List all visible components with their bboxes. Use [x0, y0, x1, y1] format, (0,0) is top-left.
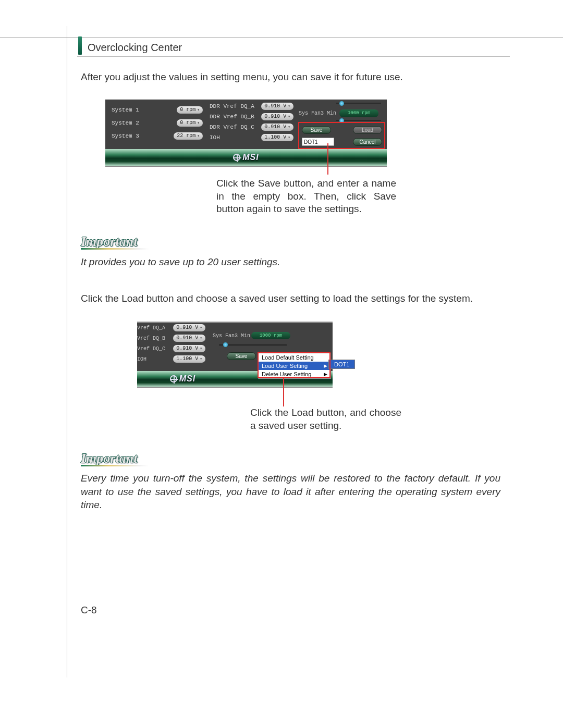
header-rule [77, 56, 510, 57]
msi-logo: MSI [233, 153, 259, 162]
important-heading: Important [81, 451, 137, 466]
voltage-row: DDR Vref DQ_A0.910 V▾ [210, 101, 293, 112]
system-row: System 2 0 rpm▾ [112, 116, 203, 129]
chevron-down-icon: ▾ [197, 119, 200, 127]
slider-knob[interactable] [339, 101, 344, 106]
voltage-row: DDR Vref DQ_B0.910 V▾ [210, 112, 293, 122]
callout-pointer [283, 378, 284, 406]
msi-icon [233, 154, 240, 161]
voltage-row: IOH1.100 V▾ [137, 354, 207, 364]
page-title: Overclocking Center [88, 42, 182, 54]
slider-track[interactable] [336, 120, 381, 121]
screenshot-save: System 1 0 rpm▾ System 2 0 rpm▾ System 3… [105, 99, 387, 167]
important-rule [81, 248, 149, 250]
slider-knob[interactable] [223, 342, 228, 347]
important-heading: Important [81, 234, 137, 250]
voltage-column: DDR Vref DQ_A0.910 V▾ DDR Vref DQ_B0.910… [210, 101, 293, 143]
value-pill[interactable]: 0.910 V▾ [261, 124, 293, 131]
load-button[interactable]: Load [353, 126, 382, 134]
voltage-row: Vref DQ_C0.910 V▾ [137, 343, 207, 354]
callout-load: Click the Load button, and choose a save… [250, 406, 401, 432]
chevron-down-icon: ▾ [200, 324, 202, 331]
value-pill[interactable]: 22 rpm▾ [174, 132, 203, 140]
voltage-row: Vref DQ_A0.910 V▾ [137, 323, 207, 333]
page-spine [67, 26, 67, 677]
fan-column: System 1 0 rpm▾ System 2 0 rpm▾ System 3… [112, 103, 203, 142]
value-pill[interactable]: 0.910 V▾ [261, 103, 293, 110]
chevron-down-icon: ▾ [197, 106, 200, 114]
value-pill[interactable]: 0.910 V▾ [173, 345, 205, 352]
page-number: C-8 [81, 604, 97, 616]
load-submenu[interactable]: DOT1 [328, 360, 355, 369]
button-row: Save Load [302, 126, 382, 134]
page-rule-top [0, 38, 563, 38]
value-pill[interactable]: 0.910 V▾ [261, 113, 293, 120]
value-pill[interactable]: 1.100 V▾ [173, 355, 205, 363]
row-label: System 3 [112, 133, 139, 139]
highlight-box [258, 352, 331, 378]
sys-fan-value: 1000 rpm [251, 332, 290, 339]
slider-track[interactable] [219, 344, 287, 346]
callout-save: Click the Save button, and enter a name … [216, 177, 396, 216]
chevron-down-icon: ▾ [288, 103, 290, 110]
voltage-row: DDR Vref DQ_C0.910 V▾ [210, 122, 293, 132]
voltage-row: Vref DQ_B0.910 V▾ [137, 333, 207, 343]
voltage-row: IOH1.100 V▾ [210, 132, 293, 143]
row-label: System 1 [112, 107, 139, 113]
intro-text: After you adjust the values in setting m… [81, 70, 498, 84]
brand-footer: MSI [105, 149, 387, 166]
system-row: System 3 22 rpm▾ [112, 129, 203, 142]
msi-icon [170, 375, 177, 382]
chevron-down-icon: ▾ [288, 134, 290, 141]
callout-pointer [327, 143, 328, 175]
value-pill[interactable]: 0 rpm▾ [177, 119, 203, 127]
submenu-item[interactable]: DOT1 [329, 360, 354, 368]
save-button[interactable]: Save [227, 352, 256, 360]
msi-logo: MSI [170, 374, 195, 384]
value-pill[interactable]: 1.100 V▾ [261, 134, 293, 141]
chevron-down-icon: ▾ [200, 345, 202, 352]
cancel-button[interactable]: Cancel [353, 138, 382, 146]
chevron-down-icon: ▾ [288, 124, 290, 131]
note-text: It provides you to save up to 20 user se… [81, 255, 498, 269]
chevron-down-icon: ▾ [197, 132, 200, 140]
value-pill[interactable]: 0 rpm▾ [177, 106, 203, 114]
chevron-down-icon: ▾ [200, 335, 202, 342]
value-pill[interactable]: 0.910 V▾ [173, 335, 205, 342]
save-button[interactable]: Save [302, 126, 331, 134]
slider-track[interactable] [336, 103, 381, 104]
sys-fan-label: Sys Fan3 Min [213, 333, 250, 339]
sys-fan-value: 1000 rpm [339, 109, 378, 117]
sys-fan-label: Sys Fan3 Min [299, 110, 336, 116]
header-accent [78, 36, 82, 55]
profile-name-input[interactable]: DOT1 [302, 138, 334, 146]
system-row: System 1 0 rpm▾ [112, 103, 203, 116]
chevron-down-icon: ▾ [200, 355, 202, 363]
row-label: System 2 [112, 120, 139, 126]
load-paragraph: Click the Load button and choose a saved… [81, 292, 503, 305]
voltage-column: Vref DQ_A0.910 V▾ Vref DQ_B0.910 V▾ Vref… [137, 323, 207, 364]
important-rule [81, 465, 149, 466]
chevron-down-icon: ▾ [288, 113, 290, 120]
value-pill[interactable]: 0.910 V▾ [173, 324, 205, 331]
note-text: Every time you turn-off the system, the … [81, 472, 500, 512]
input-row: DOT1 Cancel [302, 138, 382, 146]
